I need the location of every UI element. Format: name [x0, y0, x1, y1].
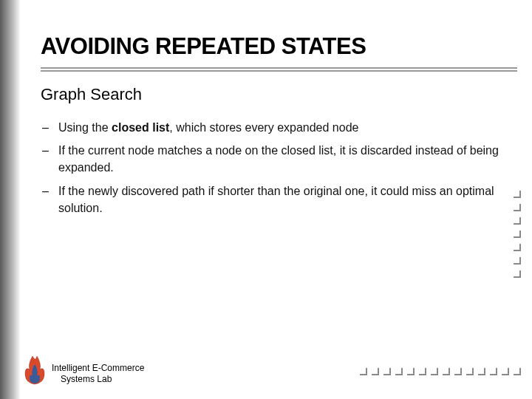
square-icon [419, 368, 426, 375]
list-item: If the current node matches a node on th… [41, 142, 517, 176]
slide-title: AVOIDING REPEATED STATES [41, 33, 517, 60]
square-icon [514, 191, 521, 198]
square-icon [395, 368, 403, 375]
square-icon [514, 231, 521, 238]
square-icon [514, 368, 521, 375]
decorative-squares-vertical [511, 188, 523, 281]
square-icon [431, 368, 438, 375]
square-icon [514, 204, 521, 211]
square-icon [490, 368, 497, 375]
bullet-text-post: , which stores every expanded node [169, 121, 358, 134]
square-icon [372, 368, 379, 375]
footer-line1: Intelligent E-Commerce [52, 363, 144, 375]
bullet-list: Using the closed list, which stores ever… [41, 119, 517, 216]
decorative-squares-horizontal [358, 365, 523, 378]
title-divider [41, 67, 517, 72]
footer-line2: Systems Lab [52, 374, 144, 386]
square-icon [502, 368, 509, 375]
square-icon [383, 368, 391, 375]
flame-icon [22, 355, 47, 386]
square-icon [514, 270, 521, 278]
bullet-text-bold: closed list [112, 121, 169, 134]
square-icon [407, 368, 415, 375]
square-icon [443, 368, 450, 375]
slide-subtitle: Graph Search [41, 85, 517, 104]
square-icon [514, 257, 521, 265]
list-item: If the newly discovered path if shorter … [41, 183, 517, 216]
bullet-text-pre: Using the [58, 121, 112, 134]
square-icon [360, 368, 367, 375]
left-gradient-bar [0, 0, 21, 399]
bullet-text-pre: If the newly discovered path if shorter … [58, 185, 494, 214]
square-icon [514, 244, 521, 251]
bullet-text-pre: If the current node matches a node on th… [58, 144, 499, 174]
square-icon [514, 217, 521, 225]
slide-content: AVOIDING REPEATED STATES Graph Search Us… [41, 0, 517, 222]
list-item: Using the closed list, which stores ever… [41, 119, 517, 136]
footer-text: Intelligent E-Commerce Systems Lab [52, 363, 144, 386]
square-icon [454, 368, 462, 375]
square-icon [478, 368, 485, 375]
square-icon [466, 368, 474, 375]
